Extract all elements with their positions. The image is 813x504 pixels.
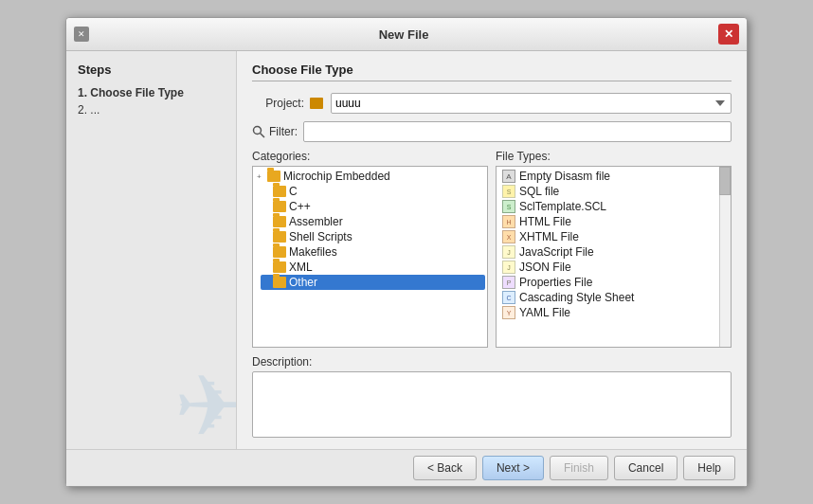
folder-icon [273,201,286,212]
category-c[interactable]: C [261,184,485,199]
filter-text-label: Filter: [269,125,298,138]
file-type-icon: A [502,170,515,183]
file-type-item[interactable]: J JavaScript File [498,244,729,260]
file-type-icon: J [502,245,515,259]
project-row: Project: uuuu [252,93,732,114]
file-type-icon: J [502,261,515,274]
file-type-label: Empty Disasm file [519,170,610,183]
pin-icon[interactable]: ✕ [74,27,89,42]
file-types-label: File Types: [496,150,732,163]
category-label: Makefiles [289,245,337,259]
file-type-icon: C [502,291,515,304]
file-type-item[interactable]: S SclTemplate.SCL [498,199,729,214]
step-1-number: 1. [78,86,87,99]
file-type-label: YAML File [519,306,570,319]
file-type-label: SQL file [519,185,559,198]
filter-input[interactable] [303,121,732,142]
category-label: C++ [289,200,311,213]
finish-button[interactable]: Finish [550,456,608,480]
back-button[interactable]: < Back [413,456,477,480]
file-type-label: JSON File [519,261,571,274]
category-microchip[interactable]: + Microchip Embedded [255,169,485,184]
file-type-icon: P [502,276,515,289]
file-type-item[interactable]: J JSON File [498,260,729,275]
filter-label: Filter: [252,125,298,138]
steps-heading: Steps [78,63,225,77]
file-types-list[interactable]: A Empty Disasm file S SQL file S SclTemp… [496,166,732,348]
dialog-body: Steps 1. Choose File Type 2. ... ✈ Choos… [66,51,747,449]
title-bar: ✕ New File ✕ [66,18,747,51]
folder-icon [273,277,286,288]
search-icon [252,125,265,138]
file-type-label: Cascading Style Sheet [519,291,634,304]
svg-point-0 [254,127,262,135]
folder-icon [273,246,286,258]
categories-tree[interactable]: + Microchip Embedded C C++ [252,166,488,348]
project-icon [310,98,323,109]
file-type-label: SclTemplate.SCL [519,200,606,213]
step-2-label: ... [90,103,99,117]
file-type-item[interactable]: P Properties File [498,275,729,290]
help-button[interactable]: Help [683,456,735,480]
file-type-label: HTML File [519,215,571,228]
folder-icon [273,216,286,227]
step-1: 1. Choose File Type [78,86,225,99]
main-panel: Choose File Type Project: uuuu Filter: [237,51,747,449]
file-type-label: XHTML File [519,230,579,243]
scrollbar-thumb[interactable] [719,167,731,195]
project-label: Project: [252,97,304,110]
category-label: XML [289,261,313,274]
file-type-item[interactable]: X XHTML File [498,229,729,244]
scrollbar[interactable] [719,167,731,347]
expand-icon: + [257,172,264,181]
step-1-label: Choose File Type [90,86,183,99]
file-types-panel: File Types: A Empty Disasm file S SQL fi… [496,150,732,348]
file-type-item[interactable]: S SQL file [498,184,729,199]
category-makefiles[interactable]: Makefiles [261,244,485,260]
file-type-icon: S [502,200,515,213]
dialog-title: New File [89,27,718,42]
step-2-number: 2. [78,103,87,117]
dialog-footer: < Back Next > Finish Cancel Help [66,449,747,486]
filter-row: Filter: [252,121,732,142]
category-shell-scripts[interactable]: Shell Scripts [261,229,485,244]
project-select[interactable]: uuuu [331,93,732,114]
svg-line-1 [261,134,265,138]
step-2: 2. ... [78,103,225,117]
category-cpp[interactable]: C++ [261,199,485,214]
steps-panel: Steps 1. Choose File Type 2. ... ✈ [66,51,237,449]
category-assembler[interactable]: Assembler [261,214,485,229]
file-type-icon: H [502,215,515,228]
description-box [252,371,732,438]
next-button[interactable]: Next > [482,456,544,480]
category-xml[interactable]: XML [261,260,485,275]
file-type-label: JavaScript File [519,245,594,259]
category-label: Assembler [289,215,343,228]
file-type-icon: Y [502,306,515,319]
category-label: Microchip Embedded [283,170,390,183]
categories-label: Categories: [252,150,488,163]
category-label: C [289,185,298,198]
cancel-button[interactable]: Cancel [614,456,678,480]
category-label: Other [289,276,317,289]
close-button[interactable]: ✕ [718,24,739,45]
file-type-icon: X [502,230,515,243]
description-label: Description: [252,355,732,369]
category-label: Shell Scripts [289,230,352,243]
file-type-item[interactable]: H HTML File [498,214,729,229]
new-file-dialog: ✕ New File ✕ Steps 1. Choose File Type 2… [65,17,748,487]
folder-icon [273,186,286,197]
folder-icon [267,171,280,182]
file-type-icon: S [502,185,515,198]
file-type-item[interactable]: C Cascading Style Sheet [498,290,729,305]
two-column-section: Categories: + Microchip Embedded C [252,150,732,348]
file-type-item[interactable]: Y YAML File [498,305,729,320]
section-title: Choose File Type [252,63,732,81]
categories-panel: Categories: + Microchip Embedded C [252,150,488,348]
steps-list: 1. Choose File Type 2. ... [78,86,225,117]
file-type-item[interactable]: A Empty Disasm file [498,169,729,184]
category-other[interactable]: Other [261,275,485,290]
watermark-icon: ✈ [174,364,237,449]
folder-icon [273,261,286,273]
folder-icon [273,231,286,243]
